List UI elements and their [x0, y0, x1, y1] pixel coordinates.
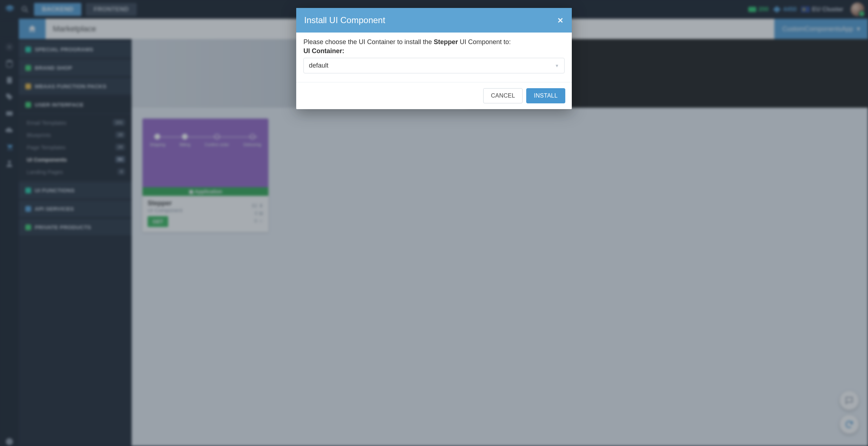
chevron-down-icon: ▼ — [555, 63, 559, 68]
modal-header: Install UI Component × — [296, 8, 572, 33]
install-button[interactable]: INSTALL — [526, 88, 565, 103]
field-label: UI Container: — [303, 47, 565, 55]
close-icon[interactable]: × — [557, 16, 564, 25]
modal-overlay: Install UI Component × Please choose the… — [0, 0, 868, 446]
modal-title: Install UI Component — [304, 15, 385, 25]
modal-footer: CANCEL INSTALL — [296, 82, 572, 109]
cancel-button[interactable]: CANCEL — [483, 88, 523, 103]
install-component-modal: Install UI Component × Please choose the… — [296, 8, 572, 109]
modal-prompt: Please choose the UI Container to instal… — [303, 38, 565, 46]
select-value: default — [309, 62, 328, 69]
ui-container-select[interactable]: default ▼ — [303, 58, 565, 73]
